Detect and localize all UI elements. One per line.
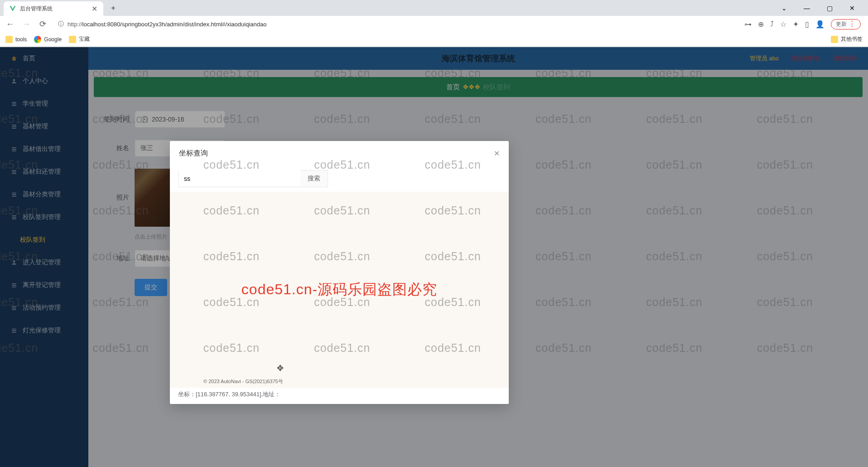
close-icon[interactable]: ✕ <box>91 5 98 12</box>
window-controls: ⌄ — ▢ ✕ <box>777 5 864 12</box>
bookmark-tools[interactable]: tools <box>5 36 27 43</box>
menu-dots-icon: ⋮ <box>849 22 856 26</box>
vue-icon <box>9 5 16 12</box>
browser-chrome: 后台管理系统 ✕ + ⌄ — ▢ ✕ ← → ⟳ ⓘ http://localh… <box>0 0 868 47</box>
close-icon[interactable]: ✕ <box>494 149 500 158</box>
address-bar-icons: ⊶ ⊕ ⤴ ☆ ✦ ▯ 👤 更新 ⋮ <box>744 19 864 29</box>
key-icon[interactable]: ⊶ <box>744 20 752 29</box>
update-label: 更新 <box>836 20 847 28</box>
folder-icon <box>69 36 76 43</box>
address-bar: ← → ⟳ ⓘ http://localhost:8080/springboot… <box>0 16 868 32</box>
extension-icon[interactable]: ✦ <box>793 20 799 29</box>
coord-label: 坐标： <box>178 391 196 398</box>
bookmark-google[interactable]: Google <box>34 36 62 43</box>
info-icon: ⓘ <box>58 20 64 28</box>
search-input[interactable] <box>178 170 300 187</box>
move-cursor-icon: ✥ <box>277 363 284 373</box>
coord-dialog: 坐标查询 ✕ 搜索 code51.cn-源码乐园盗图必究 ✥ © 2023 Au… <box>170 141 509 404</box>
url-text: localhost:8080/springboot2yx3h/admin/dis… <box>82 21 267 28</box>
url-protocol: http:// <box>68 21 82 28</box>
close-window-button[interactable]: ✕ <box>845 5 859 12</box>
new-tab-button[interactable]: + <box>107 2 120 15</box>
google-icon <box>34 36 41 43</box>
search-row: 搜索 <box>178 170 501 187</box>
dialog-header: 坐标查询 ✕ <box>170 141 509 165</box>
panel-icon[interactable]: ▯ <box>805 20 809 29</box>
bookmarks-bar: tools Google 宝藏 其他书签 <box>0 32 868 47</box>
zoom-icon[interactable]: ⊕ <box>758 20 764 29</box>
dialog-title: 坐标查询 <box>179 149 208 158</box>
app-root: 首页 个人中心 学生管理 器材管理 器材借出管理 器材归还管理 器材分类管理 校… <box>0 47 868 467</box>
map-watermark: code51.cn-源码乐园盗图必究 <box>241 280 437 300</box>
bookmark-other[interactable]: 其他书签 <box>831 35 863 43</box>
tab-title: 后台管理系统 <box>20 5 87 13</box>
map-canvas[interactable]: code51.cn-源码乐园盗图必究 ✥ © 2023 AutoNavi - G… <box>170 192 509 388</box>
search-button[interactable]: 搜索 <box>300 170 328 187</box>
profile-icon[interactable]: 👤 <box>815 20 825 29</box>
dialog-body: 搜索 code51.cn-源码乐园盗图必究 ✥ © 2023 AutoNavi … <box>170 170 509 404</box>
dropdown-icon[interactable]: ⌄ <box>777 5 791 12</box>
bookmark-treasure[interactable]: 宝藏 <box>69 35 90 43</box>
back-button[interactable]: ← <box>4 18 16 30</box>
share-icon[interactable]: ⤴ <box>770 20 774 28</box>
folder-icon <box>831 36 838 43</box>
maximize-button[interactable]: ▢ <box>823 5 836 12</box>
coord-value: [116.387767, 39.953441],地址： <box>196 391 280 398</box>
reload-button[interactable]: ⟳ <box>36 18 49 30</box>
folder-icon <box>5 36 13 43</box>
update-button[interactable]: 更新 ⋮ <box>831 19 861 29</box>
coord-output: 坐标：[116.387767, 39.953441],地址： <box>170 388 509 399</box>
map-copyright: © 2023 AutoNavi - GS(2021)6375号 <box>203 378 283 385</box>
browser-tab[interactable]: 后台管理系统 ✕ <box>4 1 103 16</box>
forward-button[interactable]: → <box>20 18 33 30</box>
star-icon[interactable]: ☆ <box>780 20 786 29</box>
minimize-button[interactable]: — <box>800 5 814 12</box>
url-input[interactable]: ⓘ http://localhost:8080/springboot2yx3h/… <box>53 18 741 30</box>
tab-bar: 后台管理系统 ✕ + ⌄ — ▢ ✕ <box>0 0 868 16</box>
